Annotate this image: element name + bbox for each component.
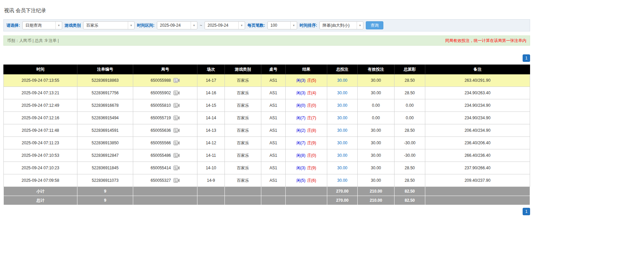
- total-bet-link[interactable]: 30.00: [337, 166, 347, 170]
- video-replay-icon[interactable]: [173, 153, 180, 158]
- cell-table-no: AS1: [261, 149, 286, 162]
- empty-cell: [286, 196, 327, 205]
- chevron-down-icon: ▼: [357, 22, 363, 29]
- empty-cell: [261, 196, 286, 205]
- round-number: 650055414: [150, 166, 171, 170]
- page-size-select[interactable]: 100 ▼: [267, 21, 297, 29]
- video-replay-icon[interactable]: [173, 166, 180, 170]
- cell-round: 650055636: [133, 124, 197, 137]
- subtotal-count: 9: [77, 187, 133, 196]
- summary-currency-count: 币别：人民币 | 总共 :9 注单 |: [7, 38, 59, 44]
- empty-cell: [197, 187, 225, 196]
- round-number: 650055566: [150, 141, 171, 145]
- page-button[interactable]: 1: [523, 54, 530, 62]
- cell-table-no: AS1: [261, 162, 286, 174]
- cell-game-type: 百家乐: [225, 74, 261, 87]
- table-row: 2025-09-24 07:11:48 522836914591 6500556…: [4, 124, 530, 137]
- player-result: 闲(7): [296, 141, 306, 145]
- sort-order-label: 时间排序:: [300, 23, 317, 28]
- cell-note: 236.40/206.40: [425, 137, 530, 149]
- date-to-select[interactable]: 2025-09-24 ▼: [205, 21, 245, 29]
- cell-note: 209.40/237.90: [425, 174, 530, 187]
- cell-valid-bet: 30.00: [358, 74, 395, 87]
- empty-cell: [133, 187, 197, 196]
- date-mode-select[interactable]: 日期查询 ▼: [22, 21, 62, 29]
- cell-total-bet: 30.00: [327, 124, 358, 137]
- total-bet-link[interactable]: 30.00: [337, 91, 347, 95]
- cell-session: 14-13: [197, 124, 225, 137]
- total-bet-link[interactable]: 30.00: [337, 103, 347, 108]
- player-result: 闲(7): [296, 116, 306, 120]
- video-replay-icon[interactable]: [173, 78, 180, 83]
- cell-round: 650055486: [133, 149, 197, 162]
- cell-game-type: 百家乐: [225, 137, 261, 149]
- page-size-value: 100: [270, 23, 277, 28]
- game-type-select[interactable]: 百家乐 ▼: [83, 21, 135, 29]
- total-bet-link[interactable]: 30.00: [337, 116, 347, 120]
- subtotal-row: 小计 9 270.00 210.00 82.50: [4, 187, 530, 196]
- round-number: 650055810: [150, 103, 171, 108]
- col-header-valid-bet: 有效投注: [358, 65, 395, 74]
- round-number: 650055988: [150, 78, 171, 83]
- cell-result: 闲(3)庄(5): [286, 74, 327, 87]
- cell-note: 237.90/266.40: [425, 162, 530, 174]
- empty-cell: [133, 196, 197, 205]
- cell-note: 234.90/234.90: [425, 99, 530, 112]
- video-replay-icon[interactable]: [173, 178, 180, 183]
- cell-total-bet: 30.00: [327, 99, 358, 112]
- total-bet-link[interactable]: 30.00: [337, 128, 347, 133]
- video-replay-icon[interactable]: [173, 91, 180, 95]
- cell-time: 2025-09-24 07:10:23: [4, 162, 77, 174]
- video-replay-icon[interactable]: [173, 116, 180, 120]
- cell-result: 闲(7)庄(7): [286, 112, 327, 124]
- cell-payout: 28.50: [395, 162, 425, 174]
- banker-result: 庄(7): [307, 116, 316, 120]
- table-header-row: 时间 注单编号 局号 场次 游戏类别 桌号 结果 总投注 有效投注 总派彩 备注: [4, 65, 530, 74]
- cell-payout: 28.50: [395, 74, 425, 87]
- total-bet-link[interactable]: 30.00: [337, 141, 347, 145]
- cell-total-bet: 30.00: [327, 112, 358, 124]
- empty-cell: [197, 196, 225, 205]
- player-result: 闲(3): [296, 78, 306, 83]
- total-total-bet: 270.00: [327, 196, 358, 205]
- pagination-bottom: 1: [3, 208, 530, 215]
- cell-round: 650055327: [133, 174, 197, 187]
- round-number: 650055327: [150, 178, 171, 183]
- player-result: 闲(0): [296, 103, 306, 108]
- search-button[interactable]: 查询: [366, 21, 383, 29]
- sort-order-select[interactable]: 降幂(由大到小) ▼: [319, 21, 363, 29]
- pagination-top: 1: [3, 54, 530, 62]
- banker-result: 庄(4): [307, 91, 316, 95]
- player-result: 闲(5): [296, 178, 306, 183]
- total-bet-link[interactable]: 30.00: [337, 178, 347, 183]
- cell-bet-id: 522836916678: [77, 99, 133, 112]
- cell-session: 14-10: [197, 162, 225, 174]
- cell-table-no: AS1: [261, 74, 286, 87]
- cell-game-type: 百家乐: [225, 99, 261, 112]
- total-bet-link[interactable]: 30.00: [337, 153, 347, 158]
- cell-time: 2025-09-24 07:10:53: [4, 149, 77, 162]
- banker-result: 庄(9): [307, 166, 316, 170]
- page-button[interactable]: 1: [523, 208, 530, 215]
- video-replay-icon[interactable]: [173, 103, 180, 108]
- cell-time: 2025-09-24 07:12:49: [4, 99, 77, 112]
- total-bet-link[interactable]: 30.00: [337, 78, 347, 83]
- cell-note: 234.90/234.90: [425, 112, 530, 124]
- subtotal-total-bet: 270.00: [327, 187, 358, 196]
- total-valid-bet: 210.00: [358, 196, 395, 205]
- col-header-note: 备注: [425, 65, 530, 74]
- cell-table-no: AS1: [261, 99, 286, 112]
- cell-time: 2025-09-24 07:11:48: [4, 124, 77, 137]
- game-type-value: 百家乐: [86, 23, 98, 28]
- cell-table-no: AS1: [261, 174, 286, 187]
- cell-game-type: 百家乐: [225, 124, 261, 137]
- round-number: 650055636: [150, 128, 171, 133]
- cell-game-type: 百家乐: [225, 87, 261, 99]
- cell-round: 650055902: [133, 87, 197, 99]
- video-replay-icon[interactable]: [173, 128, 180, 133]
- date-from-select[interactable]: 2025-09-24 ▼: [157, 21, 197, 29]
- cell-bet-id: 522836911845: [77, 162, 133, 174]
- round-number: 650055719: [150, 116, 171, 120]
- video-replay-icon[interactable]: [173, 141, 180, 145]
- date-range-separator: ~: [200, 23, 202, 28]
